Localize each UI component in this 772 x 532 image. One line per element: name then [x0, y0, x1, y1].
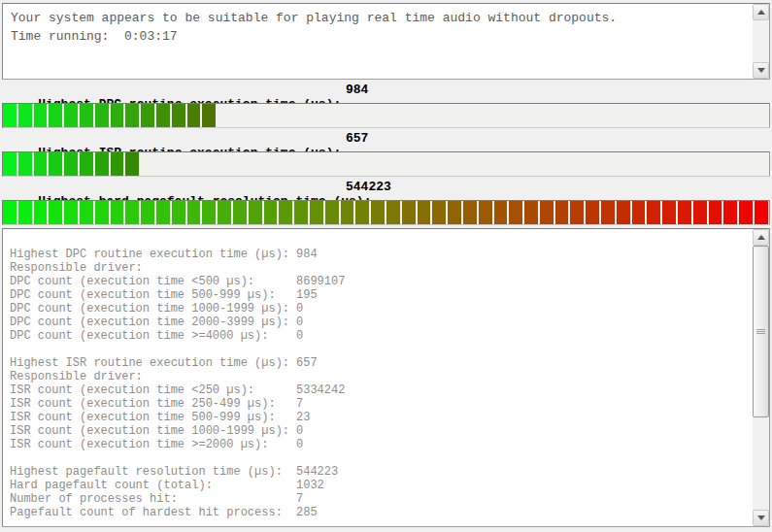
gauge-segment — [18, 152, 32, 176]
gauge-segment — [218, 201, 231, 224]
report-output-box[interactable]: Highest DPC routine execution time (µs):… — [2, 228, 770, 527]
gauge-segment — [187, 104, 201, 127]
status-line: Time running: 0:03:17 — [11, 27, 749, 46]
report-scroll-up-button[interactable] — [753, 229, 769, 246]
report-line: Highest DPC routine execution time (µs):… — [10, 248, 751, 261]
status-output-box[interactable]: Your system appears to be suitable for p… — [2, 3, 770, 80]
gauge-segment — [111, 104, 124, 127]
arrow-up-icon — [757, 235, 765, 240]
report-line-value: 0 — [296, 316, 303, 329]
gauge-segment — [494, 201, 508, 224]
status-line: Your system appears to be suitable for p… — [11, 9, 749, 27]
report-line: DPC count (execution time 500-999 µs):19… — [10, 288, 751, 302]
report-line — [10, 451, 751, 465]
gauge-segment — [125, 104, 139, 127]
gauge-segment — [249, 201, 262, 224]
report-line-value: 5334242 — [296, 383, 345, 397]
report-line: Responsible driver: — [10, 370, 751, 383]
report-line: Number of processes hit:7 — [10, 492, 751, 506]
report-line-label: DPC count (execution time 2000-3999 µs): — [10, 316, 296, 329]
report-line-label: DPC count (execution time 500-999 µs): — [10, 288, 296, 302]
gauge-segment — [448, 201, 461, 224]
gauge-segment — [49, 152, 62, 176]
report-line: ISR count (execution time >=2000 µs):0 — [10, 438, 751, 451]
gauge-value: 657 — [346, 131, 368, 146]
report-line-label: ISR count (execution time 500-999 µs): — [10, 411, 296, 424]
gauge-segment — [479, 201, 492, 224]
gauge-segment — [662, 201, 676, 224]
report-line — [10, 343, 751, 356]
report-scrollbar-track[interactable] — [753, 246, 769, 510]
report-line — [10, 234, 751, 248]
report-line: Highest ISR routine execution time (µs):… — [10, 356, 751, 370]
gauge-segment — [64, 201, 78, 224]
report-line: DPC count (execution time <500 µs):86991… — [10, 275, 751, 288]
gauge-segment — [3, 201, 17, 224]
gauge-segment — [540, 201, 554, 224]
gauge-segment — [709, 201, 722, 224]
report-line-value: 7 — [296, 397, 303, 411]
gauge-segment — [463, 201, 477, 224]
gauge-segment — [432, 201, 446, 224]
gauge-segment — [95, 104, 109, 127]
gauge-segment — [647, 201, 660, 224]
gauge-segment — [723, 201, 737, 224]
report-line-label: ISR count (execution time <250 µs): — [10, 383, 296, 397]
gauge-label-isr: Highest ISR routine execution time (µs):… — [0, 131, 772, 147]
report-line: Responsible driver: — [10, 261, 751, 275]
gauge-segment — [172, 104, 185, 127]
report-scroll-down-button[interactable] — [753, 510, 769, 526]
gauge-segment — [187, 201, 201, 224]
report-line-value: 0 — [296, 438, 303, 451]
status-scrollbar[interactable] — [753, 4, 769, 79]
report-line: Hard pagefault count (total):1032 — [10, 479, 751, 492]
gauge-segment — [386, 201, 400, 224]
grip-lines-icon — [756, 329, 765, 334]
status-scrollbar-track[interactable] — [753, 20, 769, 62]
gauge-segment — [355, 201, 369, 224]
gauge-segment — [3, 152, 17, 176]
report-line: ISR count (execution time 1000-1999 µs):… — [10, 424, 751, 438]
gauge-segment — [555, 201, 569, 224]
report-scrollbar[interactable] — [753, 229, 769, 526]
gauge-segment — [156, 201, 170, 224]
gauge-value: 544223 — [346, 180, 391, 194]
gauge-segment — [80, 201, 93, 224]
report-line: DPC count (execution time >=4000 µs):0 — [10, 329, 751, 343]
gauge-segment — [34, 152, 48, 176]
gauge-segment — [3, 104, 17, 127]
gauge-segment — [34, 201, 48, 224]
gauge-segment — [18, 104, 32, 127]
gauge-segment — [233, 201, 247, 224]
gauge-segment — [310, 201, 323, 224]
gauge-segment — [64, 104, 78, 127]
report-line: DPC count (execution time 2000-3999 µs):… — [10, 316, 751, 329]
gauge-segment — [418, 201, 431, 224]
report-line-value: 285 — [296, 506, 318, 519]
report-line-label: Responsible driver: — [10, 370, 296, 383]
report-line: ISR count (execution time 500-999 µs):23 — [10, 411, 751, 424]
status-scroll-down-button[interactable] — [753, 62, 769, 79]
gauge-segment — [202, 201, 216, 224]
gauge-segment — [111, 201, 124, 224]
report-line-label: ISR count (execution time 250-499 µs): — [10, 397, 296, 411]
status-scroll-up-button[interactable] — [753, 4, 769, 20]
gauge-value: 984 — [346, 83, 368, 97]
report-line-value: 657 — [296, 356, 318, 370]
gauge-segment — [739, 201, 753, 224]
report-scrollbar-thumb[interactable] — [753, 246, 769, 417]
report-line-value: 984 — [296, 248, 318, 261]
gauge-segment — [49, 201, 62, 224]
gauge-segment — [294, 201, 308, 224]
report-line: ISR count (execution time <250 µs):53342… — [10, 383, 751, 397]
latency-checker-window: Your system appears to be suitable for p… — [0, 0, 772, 532]
gauge-segment — [279, 201, 292, 224]
gauge-segment — [264, 201, 278, 224]
gauge-segment — [111, 152, 124, 176]
gauge-segment — [125, 152, 139, 176]
report-line-label: Number of processes hit: — [10, 492, 296, 506]
gauge-label-dpc: Highest DPC routine execution time (µs):… — [0, 83, 772, 98]
gauge-segment — [678, 201, 691, 224]
gauge-segment — [125, 201, 139, 224]
report-line-label: Highest ISR routine execution time (µs): — [10, 356, 296, 370]
